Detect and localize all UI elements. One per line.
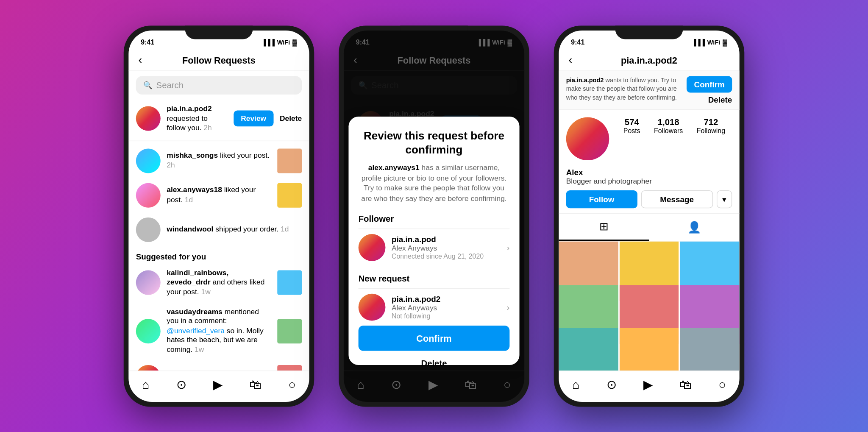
- search-nav-icon-3[interactable]: ⊙: [606, 377, 617, 392]
- stat-following: 712 Following: [697, 117, 725, 134]
- suggested-avatar-1: [136, 270, 161, 295]
- follower-row[interactable]: pia.in.a.pod Alex Anyways Connected sinc…: [359, 228, 510, 265]
- suggested-avatar-3: [136, 365, 161, 371]
- photo-7[interactable]: [559, 328, 618, 371]
- notch-3: [615, 25, 683, 39]
- search-placeholder-1: Search: [156, 80, 184, 90]
- notif-time-1: 2h: [167, 161, 175, 169]
- battery-icon: ▓: [292, 39, 297, 45]
- search-bar-1[interactable]: 🔍 Search: [136, 76, 302, 95]
- notif-avatar-2: [136, 183, 161, 207]
- profile-icon-3[interactable]: ○: [719, 377, 726, 391]
- notif-thumb-2: [277, 183, 302, 207]
- request-avatar: [136, 106, 161, 131]
- content-1: pia.in.a.pod2 requested to follow you. 2…: [128, 99, 309, 370]
- profile-header: 574 Posts 1,018 Followers 712 Following: [559, 110, 739, 167]
- new-request-username: pia.in.a.pod2: [392, 294, 501, 304]
- notif-time-3: 1d: [281, 225, 289, 233]
- signal-icon-3: ▐▐▐: [692, 39, 705, 45]
- signal-icon: ▐▐▐: [262, 39, 275, 45]
- phone-2: 9:41 ▐▐▐ WiFi ▓ ‹ Follow Requests 🔍 Sear…: [339, 25, 529, 407]
- notch-1: [185, 25, 253, 39]
- notif-user-3: windandwool: [167, 225, 213, 233]
- notif-row-1: mishka_songs liked your post. 2h: [128, 143, 309, 178]
- follower-realname: Alex Anyways: [392, 244, 501, 252]
- reels-icon-3[interactable]: ▶: [643, 377, 653, 392]
- status-time-1: 9:41: [141, 38, 154, 45]
- shop-icon-1[interactable]: 🛍: [249, 377, 262, 391]
- review-button[interactable]: Review: [234, 111, 274, 127]
- new-request-avatar: [359, 293, 386, 321]
- modal-title: Review this request before confirming: [359, 129, 510, 158]
- request-notice: pia.in.a.pod2 wants to follow you. Try t…: [559, 71, 739, 109]
- stat-posts: 574 Posts: [623, 117, 640, 134]
- notif-user-1: mishka_songs: [167, 151, 218, 159]
- stat-followers: 1,018 Followers: [654, 117, 683, 134]
- status-icons-1: ▐▐▐ WiFi ▓: [262, 39, 297, 45]
- message-button[interactable]: Message: [641, 190, 713, 208]
- search-icon-1: 🔍: [143, 81, 153, 89]
- phones-container: 9:41 ▐▐▐ WiFi ▓ ‹ Follow Requests 🔍 Sear…: [124, 25, 745, 407]
- shop-icon-3[interactable]: 🛍: [679, 377, 692, 391]
- more-button[interactable]: ▾: [717, 190, 732, 208]
- follower-label: Follower: [359, 214, 510, 223]
- delete-button[interactable]: Delete: [280, 114, 302, 123]
- notif-action-1: liked your post.: [220, 151, 270, 159]
- back-button-1[interactable]: ‹: [139, 54, 153, 67]
- photo-9[interactable]: [680, 328, 739, 371]
- review-modal: Review this request before confirming al…: [348, 117, 519, 365]
- suggested-text-2: vasudaydreams mentioned you in a comment…: [167, 307, 271, 354]
- photo-8[interactable]: [619, 328, 679, 371]
- home-icon-3[interactable]: ⌂: [572, 377, 580, 391]
- profile-bio: Alex Blogger and photographer: [559, 167, 739, 190]
- new-request-row[interactable]: pia.in.a.pod2 Alex Anyways Not following…: [359, 288, 510, 325]
- request-notice-text: pia.in.a.pod2 wants to follow you. Try t…: [566, 76, 682, 102]
- mention-handle: @unverified_vera: [167, 326, 225, 334]
- page-title-1: Follow Requests: [153, 55, 284, 66]
- follower-since: Connected since Aug 21, 2020: [392, 253, 501, 260]
- tab-grid[interactable]: ⊞: [559, 214, 649, 241]
- profile-avatar: [566, 117, 609, 160]
- profile-icon-1[interactable]: ○: [289, 377, 296, 391]
- follower-avatar: [359, 234, 386, 261]
- stat-posts-num: 574: [623, 117, 640, 127]
- follow-button[interactable]: Follow: [566, 190, 637, 208]
- new-request-status: Not following: [392, 312, 501, 319]
- stat-followers-num: 1,018: [654, 117, 683, 127]
- bottom-nav-3: ⌂ ⊙ ▶ 🛍 ○: [559, 370, 739, 401]
- modal-highlight-user: alex.anyways1: [368, 163, 420, 171]
- request-notice-actions: Confirm Delete: [687, 76, 732, 104]
- tab-tagged[interactable]: 👤: [649, 214, 740, 241]
- stat-following-num: 712: [697, 117, 725, 127]
- notif-avatar-3: [136, 217, 161, 242]
- request-username: pia.in.a.pod2: [167, 104, 211, 113]
- divider-1: [128, 140, 309, 141]
- search-nav-icon-1[interactable]: ⊙: [176, 377, 187, 392]
- home-icon-1[interactable]: ⌂: [142, 377, 150, 391]
- notif-action-3: shipped your order.: [215, 225, 281, 233]
- confirm-top-button[interactable]: Confirm: [687, 76, 732, 92]
- profile-tabs: ⊞ 👤: [559, 213, 739, 241]
- notif-thumb-1: [277, 148, 302, 173]
- modal-delete-button[interactable]: Delete: [359, 353, 510, 373]
- back-button-3[interactable]: ‹: [569, 54, 584, 67]
- suggested-avatar-2: [136, 318, 161, 343]
- reels-icon-1[interactable]: ▶: [213, 377, 223, 392]
- request-notice-user: pia.in.a.pod2: [566, 76, 604, 83]
- notif-row-3: windandwool shipped your order. 1d: [128, 212, 309, 246]
- status-time-3: 9:41: [571, 38, 584, 45]
- profile-actions: Follow Message ▾: [559, 190, 739, 213]
- modal-confirm-button[interactable]: Confirm: [359, 326, 510, 351]
- stat-followers-label: Followers: [654, 127, 683, 134]
- notif-avatar-1: [136, 148, 161, 173]
- phone-1: 9:41 ▐▐▐ WiFi ▓ ‹ Follow Requests 🔍 Sear…: [124, 25, 314, 407]
- wifi-icon-3: WiFi: [707, 39, 720, 45]
- follower-info: pia.in.a.pod Alex Anyways Connected sinc…: [392, 235, 501, 260]
- notif-time-2: 1d: [185, 195, 193, 203]
- battery-icon-3: ▓: [723, 39, 727, 45]
- suggested-row-2: vasudaydreams mentioned you in a comment…: [128, 302, 309, 360]
- new-request-chevron: ›: [507, 302, 510, 312]
- delete-top-button[interactable]: Delete: [708, 92, 732, 104]
- follower-username: pia.in.a.pod: [392, 235, 501, 244]
- suggested-row-3: aimi.allover liked your post. 1w: [128, 360, 309, 370]
